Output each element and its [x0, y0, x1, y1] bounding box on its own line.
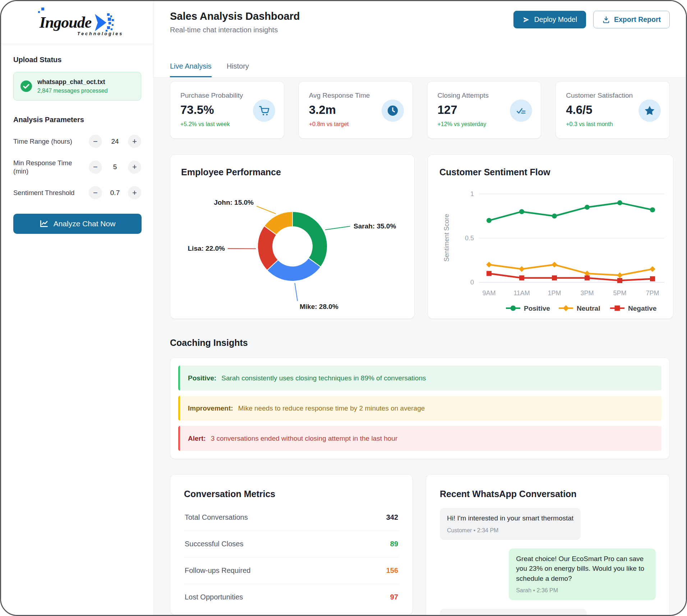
rocket-icon: [522, 16, 530, 24]
sentiment-flow-line-chart: 10.50Sentiment Score9AM11AM1PM3PM5PM7PMP…: [439, 183, 669, 315]
stat-card-closing-attempts: Closing Attempts 127 +12% vs yesterday: [427, 81, 541, 139]
coaching-insights-card: Positive: Sarah consistently uses closin…: [170, 357, 670, 459]
svg-text:Sentiment Score: Sentiment Score: [443, 214, 450, 261]
coaching-insights-heading: Coaching Insights: [170, 338, 670, 348]
svg-text:9AM: 9AM: [482, 290, 495, 297]
insight-improvement: Improvement: Mike needs to reduce respon…: [178, 396, 661, 421]
check-circle-icon: [20, 80, 32, 92]
stat-delta: +0.8m vs target: [309, 121, 402, 128]
download-icon: [602, 16, 610, 24]
svg-text:1: 1: [470, 190, 474, 198]
svg-text:Neutral: Neutral: [577, 305, 600, 312]
brand-name: Ingoude: [40, 13, 92, 32]
stat-card-purchase-probability: Purchase Probability 73.5% +5.2% vs last…: [170, 81, 284, 139]
brand-tagline: Technologies: [77, 31, 132, 616]
conversation-metrics-title: Conversation Metrics: [184, 489, 399, 499]
metric-label: Successful Closes: [185, 540, 243, 548]
brand-logo: Ingoude Technologies: [1, 1, 153, 44]
chat-message: Hi! I'm interested in your smart thermos…: [440, 508, 581, 540]
svg-text:11AM: 11AM: [513, 290, 530, 297]
svg-text:Negative: Negative: [628, 305, 656, 312]
metric-value: 342: [386, 513, 398, 522]
svg-text:7PM: 7PM: [646, 290, 659, 297]
sidebar: Ingoude Technologies Upload Status: [1, 1, 154, 615]
chat-message-meta: Customer • 2:34 PM: [447, 526, 573, 534]
deploy-model-button[interactable]: Deploy Model: [513, 11, 586, 28]
export-report-button[interactable]: Export Report: [593, 11, 670, 28]
chat-message: Great choice! Our EcoSmart Pro can save …: [509, 548, 656, 600]
stat-label: Avg Response Time: [309, 92, 402, 99]
logo-pixel-accent-icon: [38, 8, 46, 15]
svg-text:0: 0: [470, 279, 474, 286]
stat-delta: +0.3 vs last month: [566, 121, 659, 128]
employee-performance-card: Employee Performance Sarah: 35.0%Mike: 2…: [170, 154, 415, 319]
svg-text:John: 15.0%: John: 15.0%: [214, 199, 254, 206]
tab-live-analysis[interactable]: Live Analysis: [170, 62, 212, 77]
metric-label: Lost Opportunities: [185, 593, 243, 601]
insight-label: Positive:: [188, 374, 216, 382]
export-report-label: Export Report: [614, 15, 661, 24]
insight-positive: Positive: Sarah consistently uses closin…: [178, 366, 661, 390]
insight-text: Sarah consistently uses closing techniqu…: [221, 374, 426, 382]
employee-performance-title: Employee Performance: [181, 167, 404, 177]
checklist-icon: [510, 99, 532, 122]
star-icon: [638, 99, 661, 122]
stat-card-customer-satisfaction: Customer Satisfaction 4.6/5 +0.3 vs last…: [555, 81, 670, 139]
svg-text:3PM: 3PM: [580, 290, 594, 297]
chat-message-meta: Sarah • 2:36 PM: [516, 586, 649, 594]
stat-label: Closing Attempts: [438, 92, 531, 99]
metric-row-total-conversations: Total Conversations 342: [184, 504, 399, 531]
insight-label: Improvement:: [188, 404, 233, 412]
svg-text:0.5: 0.5: [465, 235, 474, 242]
svg-text:5PM: 5PM: [613, 290, 626, 297]
chat-message-text: Hi! I'm interested in your smart thermos…: [447, 513, 573, 523]
metric-value: 156: [386, 566, 398, 575]
logo-arrow-icon: [93, 11, 115, 34]
metric-label: Follow-ups Required: [185, 566, 250, 575]
chat-message-text: Great choice! Our EcoSmart Pro can save …: [516, 554, 649, 584]
metric-value: 89: [390, 540, 398, 548]
employee-performance-donut-chart: Sarah: 35.0%Mike: 28.0%Lisa: 22.0%John: …: [181, 182, 404, 319]
main-area: Sales Analysis Dashboard Real-time chat …: [154, 1, 686, 615]
insight-text: Mike needs to reduce response time by 2 …: [238, 404, 425, 412]
insight-text: 3 conversations ended without closing at…: [211, 435, 398, 443]
svg-text:1PM: 1PM: [548, 290, 561, 297]
stat-label: Purchase Probability: [180, 92, 274, 99]
insight-alert: Alert: 3 conversations ended without clo…: [178, 426, 661, 451]
metric-label: Total Conversations: [185, 513, 248, 522]
sentiment-flow-title: Customer Sentiment Flow: [439, 167, 661, 177]
cart-icon: [253, 99, 275, 122]
svg-text:Lisa: 22.0%: Lisa: 22.0%: [188, 245, 225, 252]
conversation-metrics-card: Conversation Metrics Total Conversations…: [170, 474, 413, 615]
metric-row-lost-opportunities: Lost Opportunities 97: [184, 584, 399, 610]
stat-label: Customer Satisfaction: [566, 92, 659, 99]
metric-row-successful-closes: Successful Closes 89: [184, 531, 399, 557]
insight-label: Alert:: [188, 435, 206, 443]
tab-history[interactable]: History: [227, 62, 249, 77]
sentiment-flow-card: Customer Sentiment Flow 10.50Sentiment S…: [428, 154, 673, 319]
app-window: Ingoude Technologies Upload Status: [0, 0, 687, 616]
chart-line-icon: [40, 219, 49, 228]
clock-icon: [382, 99, 404, 122]
stat-card-avg-response-time: Avg Response Time 3.2m +0.8m vs target: [299, 81, 413, 139]
chat-message: That sounds amazing! How much does it co…: [440, 609, 587, 616]
whatsapp-conversation-title: Recent WhatsApp Conversation: [440, 489, 656, 499]
svg-text:Mike: 28.0%: Mike: 28.0%: [300, 303, 338, 310]
svg-text:Positive: Positive: [524, 305, 550, 312]
metric-value: 97: [390, 593, 398, 601]
chat-message-text: That sounds amazing! How much does it co…: [447, 614, 580, 616]
stat-delta: +5.2% vs last week: [180, 121, 274, 128]
svg-text:Sarah: 35.0%: Sarah: 35.0%: [354, 222, 396, 230]
tab-bar: Live Analysis History: [170, 62, 249, 77]
deploy-model-label: Deploy Model: [534, 15, 577, 24]
stat-cards-row: Purchase Probability 73.5% +5.2% vs last…: [170, 81, 670, 139]
stat-delta: +12% vs yesterday: [438, 121, 531, 128]
whatsapp-conversation-card: Recent WhatsApp Conversation Hi! I'm int…: [426, 474, 670, 616]
metric-row-follow-ups: Follow-ups Required 156: [184, 557, 399, 584]
page-header: Sales Analysis Dashboard Real-time chat …: [154, 1, 686, 78]
